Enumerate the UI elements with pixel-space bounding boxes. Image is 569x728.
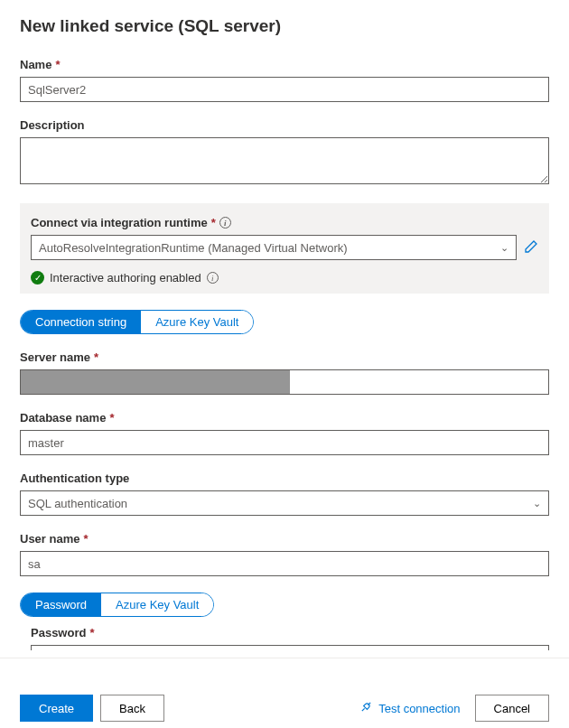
cancel-button[interactable]: Cancel bbox=[475, 695, 549, 722]
plug-icon bbox=[359, 700, 373, 716]
tab-azure-key-vault[interactable]: Azure Key Vault bbox=[141, 311, 253, 333]
required-star: * bbox=[211, 216, 216, 229]
runtime-select[interactable]: AutoResolveIntegrationRuntime (Managed V… bbox=[31, 235, 517, 260]
name-field: Name * bbox=[20, 58, 549, 102]
check-icon: ✓ bbox=[31, 271, 44, 285]
server-label: Server name bbox=[20, 350, 90, 364]
auth-select[interactable]: SQL authentication ⌄ bbox=[20, 490, 549, 516]
runtime-section: Connect via integration runtime * i Auto… bbox=[20, 203, 549, 294]
description-field: Description bbox=[20, 118, 549, 187]
name-label: Name bbox=[20, 58, 51, 71]
chevron-down-icon: ⌄ bbox=[500, 242, 508, 254]
required-star: * bbox=[89, 626, 94, 639]
database-input[interactable] bbox=[20, 430, 549, 455]
password-input[interactable] bbox=[31, 645, 549, 650]
runtime-label: Connect via integration runtime bbox=[31, 216, 208, 229]
page-title: New linked service (SQL server) bbox=[20, 16, 549, 36]
tab-connection-string[interactable]: Connection string bbox=[21, 311, 141, 333]
user-input[interactable] bbox=[20, 551, 549, 576]
create-button[interactable]: Create bbox=[20, 695, 93, 722]
back-button[interactable]: Back bbox=[100, 695, 164, 722]
test-connection-label: Test connection bbox=[378, 702, 460, 715]
auth-label: Authentication type bbox=[20, 471, 129, 485]
description-input[interactable] bbox=[20, 137, 549, 184]
edit-icon[interactable] bbox=[524, 239, 538, 257]
required-star: * bbox=[94, 350, 98, 364]
server-input[interactable] bbox=[20, 369, 549, 395]
form-body: New linked service (SQL server) Name * D… bbox=[0, 0, 569, 650]
name-input[interactable] bbox=[20, 77, 549, 102]
runtime-status: Interactive authoring enabled bbox=[50, 271, 201, 285]
tab-password-akv[interactable]: Azure Key Vault bbox=[101, 593, 213, 616]
info-icon[interactable]: i bbox=[219, 217, 231, 229]
required-star: * bbox=[55, 58, 60, 71]
required-star: * bbox=[109, 411, 114, 425]
auth-field: Authentication type SQL authentication ⌄ bbox=[20, 471, 549, 516]
description-label: Description bbox=[20, 118, 85, 132]
tab-password[interactable]: Password bbox=[21, 593, 101, 616]
footer-divider bbox=[0, 658, 569, 658]
connection-tabs: Connection string Azure Key Vault bbox=[20, 310, 254, 334]
chevron-down-icon: ⌄ bbox=[533, 498, 541, 509]
password-tabs: Password Azure Key Vault bbox=[20, 593, 214, 617]
info-icon[interactable]: i bbox=[207, 272, 219, 284]
footer: Create Back Test connection Cancel bbox=[0, 684, 569, 728]
password-field: Password * bbox=[20, 626, 549, 650]
user-field: User name * bbox=[20, 532, 549, 576]
test-connection-link[interactable]: Test connection bbox=[359, 700, 460, 716]
server-field: Server name * bbox=[20, 350, 549, 395]
runtime-value: AutoResolveIntegrationRuntime (Managed V… bbox=[39, 241, 348, 255]
auth-value: SQL authentication bbox=[28, 497, 127, 510]
password-label: Password bbox=[31, 626, 86, 639]
required-star: * bbox=[83, 532, 88, 546]
database-field: Database name * bbox=[20, 411, 549, 455]
user-label: User name bbox=[20, 532, 79, 546]
database-label: Database name bbox=[20, 411, 106, 425]
